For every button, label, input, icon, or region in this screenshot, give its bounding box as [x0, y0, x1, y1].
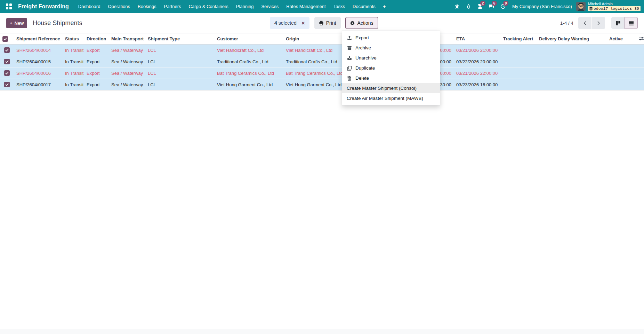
menu-item-archive[interactable]: Archive — [342, 43, 440, 53]
user-name: Mitchell Admin — [588, 2, 641, 6]
user-avatar[interactable] — [576, 2, 586, 11]
website-droplet-icon[interactable] — [463, 0, 474, 13]
page-title: House Shipments — [33, 19, 82, 27]
list-view-button[interactable] — [625, 17, 638, 29]
export-icon — [347, 35, 352, 40]
nav-plus-button[interactable]: + — [379, 3, 389, 9]
check-icon — [5, 83, 9, 86]
nav-operations[interactable]: Operations — [104, 0, 134, 13]
nav-documents[interactable]: Documents — [349, 0, 379, 13]
selected-label: selected — [279, 20, 297, 26]
column-header-status[interactable]: Status — [63, 33, 84, 45]
avatar-image — [576, 2, 586, 11]
bug-icon — [454, 4, 460, 9]
apps-menu-button[interactable] — [3, 1, 14, 12]
menu-item-unarchive[interactable]: Unarchive — [342, 53, 440, 63]
cell-delivery-delay-warning — [537, 67, 607, 79]
menu-item-delete[interactable]: Delete — [342, 73, 440, 83]
pager-and-views: 1-4 / 4 — [560, 17, 638, 29]
nav-cargo-containers[interactable]: Cargo & Containers — [185, 0, 232, 13]
column-header-customer[interactable]: Customer — [215, 33, 283, 45]
cell-customer: Bat Trang Ceramics Co., Ltd — [215, 67, 283, 79]
apps-grid-icon — [6, 3, 12, 9]
selection-toolbar: 4 selected × Print Actions — [270, 17, 378, 29]
pager-previous-button[interactable] — [578, 17, 591, 29]
table-row[interactable]: SHP/2604/00017 In Transit Export Sea / W… — [0, 79, 644, 90]
kanban-view-button[interactable] — [611, 17, 625, 29]
cell-active — [607, 79, 636, 90]
database-name: odoo17_logistics_39 — [594, 6, 639, 11]
column-header-delivery-delay-warning[interactable]: Delivery Delay Warning — [537, 33, 607, 45]
duplicate-icon — [347, 66, 352, 71]
cell-main-transport: Sea / Waterway — [109, 56, 145, 67]
column-header-active[interactable]: Active — [607, 33, 636, 45]
app-name[interactable]: Freight Forwarding — [18, 3, 69, 10]
column-header-eta[interactable]: ETA — [454, 33, 501, 45]
column-header-origin[interactable]: Origin — [283, 33, 344, 45]
table-row[interactable]: SHP/2604/00016 In Transit Export Sea / W… — [0, 67, 644, 79]
row-checkbox[interactable] — [4, 47, 10, 53]
menu-item-create-air-master-shipment[interactable]: Create Air Master Shipment (MAWB) — [342, 93, 440, 103]
new-button[interactable]: + New — [6, 18, 27, 28]
table-header-row: Shipment Reference Status Direction Main… — [0, 33, 644, 45]
nav-services[interactable]: Services — [257, 0, 282, 13]
nav-dashboard[interactable]: Dashboard — [74, 0, 104, 13]
check-icon — [3, 38, 7, 40]
activities-button[interactable]: 9 — [497, 0, 509, 13]
user-menu[interactable]: Mitchell Admin odoo17_logistics_39 — [588, 2, 641, 11]
nav-tasks[interactable]: Tasks — [330, 0, 349, 13]
check-icon — [5, 72, 9, 74]
table-row[interactable]: SHP/2604/00015 In Transit Export Sea / W… — [0, 56, 644, 67]
cell-direction: Export — [84, 67, 109, 79]
nav-bookings[interactable]: Bookings — [134, 0, 160, 13]
select-all-cell — [0, 33, 14, 45]
actions-dropdown-menu: Export Archive Unarchive Duplicate Delet… — [342, 31, 440, 105]
menu-item-label: Create Air Master Shipment (MAWB) — [347, 96, 423, 101]
select-all-checkbox[interactable] — [2, 36, 8, 42]
column-header-shipment-type[interactable]: Shipment Type — [145, 33, 215, 45]
list-icon — [628, 21, 634, 25]
menu-item-label: Unarchive — [355, 55, 377, 61]
cell-reference: SHP/2604/00016 — [14, 67, 63, 79]
cell-main-transport: Sea / Waterway — [109, 67, 145, 79]
menu-item-export[interactable]: Export — [342, 33, 440, 43]
cell-active — [607, 45, 636, 56]
nav-partners[interactable]: Partners — [160, 0, 185, 13]
row-checkbox[interactable] — [4, 82, 10, 87]
activities-badge: 9 — [503, 1, 508, 6]
column-header-direction[interactable]: Direction — [84, 33, 109, 45]
adjust-columns-icon[interactable] — [639, 37, 644, 41]
cell-reference: SHP/2604/00017 — [14, 79, 63, 90]
messages-button[interactable]: 6 — [486, 0, 497, 13]
menu-item-label: Delete — [355, 75, 369, 81]
company-switcher[interactable]: My Company (San Francisco) — [512, 4, 572, 9]
nav-rates-management[interactable]: Rates Management — [282, 0, 329, 13]
row-checkbox[interactable] — [4, 70, 10, 76]
cell-tracking-alert — [501, 45, 537, 56]
debug-bug-icon[interactable] — [451, 0, 463, 13]
column-header-tracking-alert[interactable]: Tracking Alert — [501, 33, 537, 45]
cell-tracking-alert — [501, 79, 537, 90]
cell-active — [607, 56, 636, 67]
row-checkbox[interactable] — [4, 59, 10, 64]
column-header-reference[interactable]: Shipment Reference — [14, 33, 63, 45]
cell-tracking-alert — [501, 56, 537, 67]
optional-columns-cell — [636, 33, 644, 45]
timesheet-button[interactable]: 2 — [474, 0, 486, 13]
cell-main-transport: Sea / Waterway — [109, 45, 145, 56]
check-icon — [5, 49, 9, 51]
column-header-main-transport[interactable]: Main Transport — [109, 33, 145, 45]
actions-button[interactable]: Actions — [345, 17, 378, 29]
print-button[interactable]: Print — [314, 17, 341, 29]
pager-next-button[interactable] — [592, 17, 605, 29]
list-view: Shipment Reference Status Direction Main… — [0, 33, 644, 329]
clear-selection-icon[interactable]: × — [301, 20, 305, 26]
menu-item-create-master-shipment[interactable]: Create Master Shipment (Consol) — [342, 83, 440, 93]
printer-icon — [319, 21, 324, 25]
menu-item-duplicate[interactable]: Duplicate — [342, 63, 440, 73]
table-row[interactable]: SHP/2604/00014 In Transit Export Sea / W… — [0, 45, 644, 56]
nav-planning[interactable]: Planning — [232, 0, 258, 13]
timesheet-badge: 2 — [480, 1, 485, 6]
cell-direction: Export — [84, 79, 109, 90]
actions-button-label: Actions — [357, 20, 373, 26]
